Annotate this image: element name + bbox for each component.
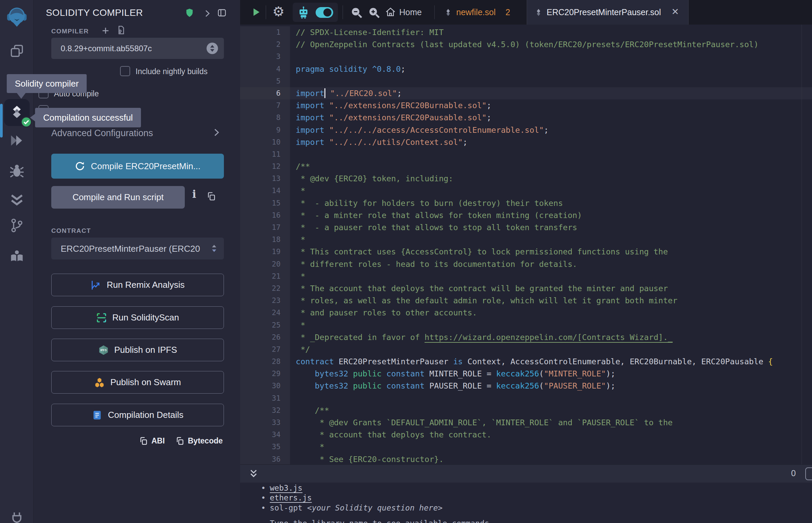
line-number[interactable]: 23 [240, 294, 290, 307]
zoom-out-button[interactable] [350, 6, 363, 19]
code-line[interactable]: 6import "../ERC20.sol"; [240, 87, 812, 100]
line-number[interactable]: 31 [240, 392, 290, 404]
compile-button[interactable]: Compile ERC20PresetMin... [51, 154, 224, 179]
code-line[interactable]: 30 bytes32 public constant PAUSER_ROLE =… [240, 380, 812, 392]
line-number[interactable]: 15 [240, 197, 290, 209]
line-number[interactable]: 6 [240, 87, 290, 100]
code-line[interactable]: 35 * [240, 441, 812, 453]
code-line[interactable]: 7import "../extensions/ERC20Burnable.sol… [240, 100, 812, 111]
code-line[interactable]: 26 * _Deprecated in favor of https://wiz… [240, 331, 812, 343]
code-line[interactable]: 31 [240, 392, 812, 404]
code-line[interactable]: 14 * [240, 185, 812, 197]
attach-file-icon[interactable] [116, 25, 126, 35]
compilation-details-button[interactable]: Compilation Details [51, 404, 224, 426]
line-number[interactable]: 14 [240, 185, 290, 197]
code-line[interactable]: 34 * account that deploys the contract. [240, 429, 812, 441]
code-line[interactable]: 11 [240, 148, 812, 160]
code-line[interactable]: 17 * - a pauser role that allows to stop… [240, 221, 812, 234]
compiler-version-select[interactable]: 0.8.29+commit.ab55807c [51, 38, 224, 59]
line-number[interactable]: 12 [240, 160, 290, 173]
code-line[interactable]: 2// OpenZeppelin Contracts (last updated… [240, 38, 812, 51]
line-number[interactable]: 27 [240, 343, 290, 356]
sidebar-item-plugins[interactable] [9, 248, 24, 264]
contract-select[interactable]: ERC20PresetMinterPauser (ERC20 [51, 238, 224, 259]
include-nightly-checkbox[interactable] [120, 66, 130, 76]
code-line[interactable]: 3 [240, 51, 812, 63]
code-line[interactable]: 10import "../../../utils/Context.sol"; [240, 136, 812, 148]
line-number[interactable]: 32 [240, 404, 290, 416]
code-line[interactable]: 12/** [240, 160, 812, 173]
line-number[interactable]: 7 [240, 100, 290, 111]
code-line[interactable]: 4pragma solidity ^0.8.0; [240, 63, 812, 75]
code-line[interactable]: 23 * roles, as well as the default admin… [240, 294, 812, 307]
advanced-configurations[interactable]: Advanced Configurations [51, 128, 224, 139]
terminal-expand-icon[interactable] [248, 468, 259, 479]
line-number[interactable]: 33 [240, 416, 290, 429]
sidebar-item-deploy-run[interactable] [9, 133, 24, 148]
line-number[interactable]: 13 [240, 173, 290, 185]
info-icon[interactable]: i [192, 188, 196, 200]
line-number[interactable]: 20 [240, 258, 290, 270]
code-line[interactable]: 13 * @dev {ERC20} token, including: [240, 173, 812, 185]
line-number[interactable]: 5 [240, 75, 290, 87]
ai-toggle-on[interactable] [316, 7, 333, 18]
code-line[interactable]: 22 * The account that deploys the contra… [240, 283, 812, 294]
code-line[interactable]: 27 */ [240, 343, 812, 356]
code-line[interactable]: 33 * @dev Grants `DEFAULT_ADMIN_ROLE`, `… [240, 416, 812, 429]
code-line[interactable]: 18 * [240, 234, 812, 246]
bytecode-copy-button[interactable]: Bytecode [175, 436, 223, 446]
line-number[interactable]: 1 [240, 26, 290, 38]
line-number[interactable]: 34 [240, 429, 290, 441]
line-number[interactable]: 11 [240, 148, 290, 160]
run-config-gear-icon[interactable]: ⚙ [272, 5, 285, 18]
line-number[interactable]: 21 [240, 270, 290, 283]
shield-icon[interactable] [185, 8, 194, 18]
code-line[interactable]: 8import "../extensions/ERC20Pausable.sol… [240, 111, 812, 124]
code-line[interactable]: 24 * and pauser roles to other accounts. [240, 307, 812, 319]
include-nightly-label[interactable]: Include nightly builds [136, 67, 208, 76]
add-compiler-icon[interactable] [101, 25, 111, 36]
panel-toggle-icon[interactable] [217, 8, 227, 18]
terminal-search-input[interactable] [805, 467, 812, 480]
line-number[interactable]: 35 [240, 441, 290, 453]
zoom-in-button[interactable] [368, 6, 381, 19]
line-number[interactable]: 30 [240, 380, 290, 392]
sidebar-item-debugger[interactable] [9, 163, 24, 179]
close-icon[interactable]: ✕ [671, 6, 679, 17]
publish-ipfs-button[interactable]: IPFS Publish on IPFS [51, 339, 224, 361]
publish-swarm-button[interactable]: Publish on Swarm [51, 371, 224, 394]
code-line[interactable]: 16 * - a minter role that allows for tok… [240, 209, 812, 221]
sidebar-item-static-analysis[interactable] [9, 192, 24, 208]
code-line[interactable]: 25 * [240, 319, 812, 331]
plug-icon[interactable] [9, 511, 24, 523]
run-solidityscan-button[interactable]: Run SolidityScan [51, 306, 224, 329]
copy-icon[interactable] [206, 192, 216, 201]
abi-copy-button[interactable]: ABI [139, 436, 165, 446]
code-line[interactable]: 20 * different roles - head to its docum… [240, 258, 812, 270]
line-number[interactable]: 29 [240, 368, 290, 380]
line-number[interactable]: 36 [240, 453, 290, 464]
line-number[interactable]: 10 [240, 136, 290, 148]
code-line[interactable]: 9import "../../../access/AccessControlEn… [240, 124, 812, 136]
tab-home[interactable]: Home [384, 0, 433, 24]
line-number[interactable]: 2 [240, 38, 290, 51]
terminal-link[interactable]: ethers.js [270, 493, 312, 502]
tab-erc20presetminterpauser[interactable]: ERC20PresetMinterPauser.sol ✕ [527, 0, 688, 24]
run-play-button[interactable] [251, 7, 261, 18]
line-number[interactable]: 25 [240, 319, 290, 331]
code-line[interactable]: 15 * - ability for holders to burn (dest… [240, 197, 812, 209]
code-line[interactable]: 1// SPDX-License-Identifier: MIT [240, 26, 812, 38]
code-line[interactable]: 32 /** [240, 404, 812, 416]
line-number[interactable]: 22 [240, 283, 290, 294]
tab-newfile[interactable]: newfile.sol 2 [435, 0, 527, 24]
run-remix-analysis-button[interactable]: Run Remix Analysis [51, 274, 224, 296]
line-number[interactable]: 16 [240, 209, 290, 221]
line-number[interactable]: 26 [240, 331, 290, 343]
remix-logo-icon[interactable] [6, 5, 28, 28]
sidebar-item-git[interactable] [9, 218, 24, 233]
ai-assistant-robot-icon[interactable] [297, 5, 310, 20]
code-line[interactable]: 5 [240, 75, 812, 87]
terminal-link[interactable]: web3.js [270, 484, 302, 492]
line-number[interactable]: 9 [240, 124, 290, 136]
compile-and-run-button[interactable]: Compile and Run script [51, 186, 185, 209]
